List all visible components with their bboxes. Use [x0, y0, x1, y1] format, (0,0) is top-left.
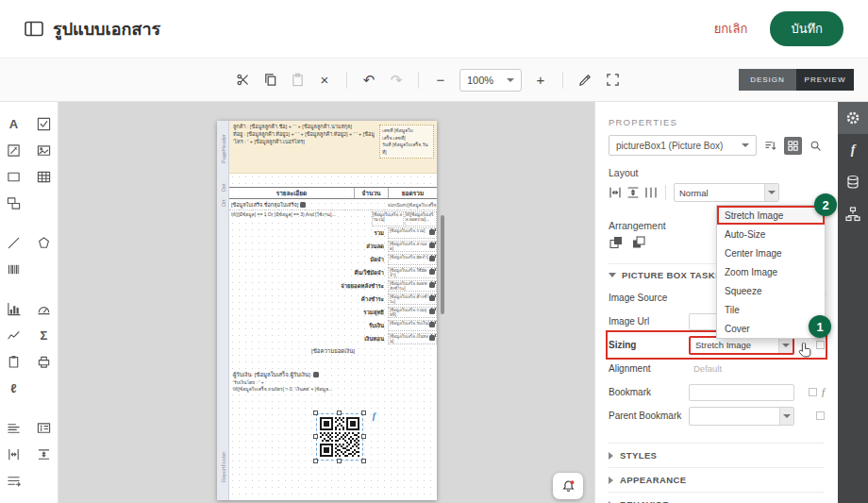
- page-header-band[interactable]: ลูกค้า : [ข้อมูลลูกค้า.ชื่อ] + ' ' + [ข้…: [229, 121, 437, 174]
- summary-row[interactable]: รับเงิน[ข้อมูลใบเสร็จ.รับเงิน]: [229, 319, 437, 332]
- selection-handle[interactable]: [337, 411, 342, 415]
- cancel-button[interactable]: ยกเลิก: [714, 19, 748, 39]
- selection-handle[interactable]: [361, 411, 366, 415]
- band-group[interactable]: Ort: [217, 196, 229, 210]
- condition-value-cell[interactable]: Iif([ข้อมูลใบเสร็จ.ยอดรวม]...: [405, 211, 437, 226]
- report-expression[interactable]: ที่อยู่ : [ข้อมูลลูกค้า.ที่อยู่1] + ' ' …: [233, 131, 375, 139]
- send-to-back-icon[interactable]: [631, 235, 646, 254]
- band-page-header[interactable]: PageHeader: [217, 123, 229, 176]
- report-page[interactable]: PageHeader Det Ort ReportFooter ลูกค้า :…: [217, 121, 437, 500]
- canvas-scrollbar[interactable]: [441, 215, 444, 314]
- gauge-tool-icon[interactable]: [33, 298, 56, 319]
- layout-mode-select[interactable]: Normal: [674, 183, 779, 202]
- undo-icon[interactable]: ↶: [357, 68, 381, 92]
- checkbox-tool-icon[interactable]: [33, 113, 56, 134]
- selection-handle[interactable]: [313, 459, 318, 463]
- zoom-in-icon[interactable]: +: [528, 68, 553, 92]
- tab-properties[interactable]: [838, 102, 868, 134]
- preview-tab[interactable]: PREVIEW: [796, 69, 854, 91]
- printer-tool-icon[interactable]: [33, 351, 56, 372]
- design-tab[interactable]: DESIGN: [739, 69, 796, 91]
- qr-picture-box[interactable]: f: [316, 413, 363, 461]
- shape-rect-tool-icon[interactable]: [3, 166, 25, 187]
- delete-icon[interactable]: ×: [312, 68, 337, 92]
- sort-icon[interactable]: [761, 137, 779, 155]
- selection-handle[interactable]: [313, 434, 318, 439]
- amount-text-cell[interactable]: [ข้อความยอดเงิน]: [229, 345, 437, 357]
- paste-icon[interactable]: [285, 68, 309, 92]
- cut-icon[interactable]: [230, 68, 255, 92]
- tab-report-explorer[interactable]: [838, 198, 868, 230]
- report-expression[interactable]: 'โทร : ' + [ข้อมูลลูกค้า.เบอร์โทร]: [233, 139, 375, 146]
- text-tool-icon[interactable]: A: [3, 113, 25, 134]
- expression-badge-icon[interactable]: f: [373, 411, 376, 421]
- selection-handle[interactable]: [337, 459, 342, 463]
- selection-handle[interactable]: [361, 459, 366, 463]
- summary-row[interactable]: เงินทอน[ข้อมูลใบเสร็จ.เงินทอน]: [229, 332, 437, 345]
- richtext-tool-icon[interactable]: [3, 140, 25, 160]
- control-selector[interactable]: pictureBox1 (Picture Box): [609, 135, 757, 156]
- parent-bookmark-select[interactable]: [689, 407, 794, 426]
- section-behavior[interactable]: BEHAVIOR: [609, 492, 825, 503]
- design-canvas[interactable]: PageHeader Det Ort ReportFooter ลูกค้า :…: [58, 102, 594, 503]
- notification-button[interactable]: [553, 473, 583, 499]
- fit-width-icon[interactable]: [609, 186, 622, 199]
- checkbox[interactable]: [809, 388, 817, 396]
- summary-row[interactable]: ส่วนลด[ข้อมูลใบเสร็จ.ส่วนลด]: [229, 240, 437, 253]
- sum-tool-icon[interactable]: Σ: [33, 325, 56, 345]
- zoom-out-icon[interactable]: −: [428, 68, 453, 92]
- copy-icon[interactable]: [258, 68, 282, 92]
- bring-to-front-icon[interactable]: [609, 235, 624, 254]
- receiver-row[interactable]: ผู้รับเงิน [ข้อมูลใบเสร็จ.ผู้รับเงิน]: [229, 370, 437, 379]
- clipboard-tool-icon[interactable]: [3, 351, 25, 372]
- summary-row[interactable]: มัดจำ[ข้อมูลใบเสร็จ.มัดจำ]: [229, 253, 437, 266]
- save-button[interactable]: บันทึก: [770, 11, 843, 46]
- validate-icon[interactable]: [573, 68, 597, 92]
- selection-handle[interactable]: [313, 411, 318, 415]
- section-appearance[interactable]: APPEARANCE: [609, 467, 825, 492]
- section-styles[interactable]: STYLES: [609, 443, 825, 467]
- toc-tool-icon[interactable]: [3, 417, 25, 438]
- tab-expressions[interactable]: f: [838, 134, 868, 166]
- tab-field-list[interactable]: [838, 166, 868, 198]
- barcode-tool-icon[interactable]: [3, 259, 25, 279]
- fit-height-icon[interactable]: [626, 186, 640, 199]
- receipt-info-box[interactable]: เลขที่ [ข้อมูลใบเสร็จ.เลขที่] วันที่ [ข้…: [379, 125, 434, 159]
- summary-row[interactable]: จ่ายยอดหลังชำระ[ข้อมูลใบเสร็จ.ยอดหลังชำร…: [229, 279, 437, 293]
- condition-qty-cell[interactable]: [ข้อมูลใบเสร็จ.จำนวน]: [372, 211, 404, 226]
- info-card-tool-icon[interactable]: [33, 417, 56, 438]
- line-tool-icon[interactable]: [3, 232, 25, 253]
- payment-expression[interactable]: 'รับเงินโดย : ' + Iif([ข้อมูลใบเสร็จ.ธนบ…: [229, 379, 437, 393]
- checkbox[interactable]: [816, 411, 825, 420]
- fullscreen-icon[interactable]: [600, 68, 625, 92]
- zoom-select[interactable]: 100%: [459, 69, 522, 92]
- signature-tool-icon[interactable]: ℓ: [3, 377, 25, 398]
- option-squeeze[interactable]: Squeeze: [717, 281, 825, 300]
- fit-both-icon[interactable]: [644, 186, 658, 199]
- table-tool-icon[interactable]: [33, 166, 56, 187]
- summary-row[interactable]: รวมสุทธิ[ข้อมูลใบเสร็จ.รวมสุทธิ]: [229, 306, 437, 319]
- bookmark-input[interactable]: [689, 384, 794, 401]
- option-zoom-image[interactable]: Zoom Image: [717, 262, 825, 281]
- checkbox[interactable]: [816, 341, 825, 349]
- redo-icon[interactable]: ↷: [384, 68, 409, 92]
- report-page-content[interactable]: ลูกค้า : [ข้อมูลลูกค้า.ชื่อ] + ' ' + [ข้…: [229, 121, 437, 500]
- summary-row[interactable]: คืน/ใช้มัดจำ[ข้อมูลใบเสร็จ.ใช้มัดจำ]: [229, 266, 437, 279]
- band-report-footer[interactable]: ReportFooter: [217, 440, 229, 495]
- align-vertical-tool-icon[interactable]: [33, 444, 56, 464]
- chart-tool-icon[interactable]: [3, 298, 25, 319]
- summary-row[interactable]: รวม[ข้อมูลใบเสร็จ.รวม]: [229, 226, 437, 240]
- align-horizontal-tool-icon[interactable]: [3, 444, 25, 464]
- subreport-tool-icon[interactable]: [3, 193, 25, 213]
- option-tile[interactable]: Tile: [717, 300, 825, 319]
- condition-row[interactable]: Iif(([มีข้อมูล] == 1 Or [มีข้อมูล] == 3)…: [229, 210, 437, 226]
- category-view-icon[interactable]: [784, 137, 802, 155]
- table-header-row[interactable]: รายละเอียด จำนวน ยอดรวม: [229, 187, 437, 199]
- selection-handle[interactable]: [361, 434, 366, 439]
- band-detail[interactable]: Det: [217, 181, 229, 194]
- option-stretch-image[interactable]: Stretch Image: [717, 206, 825, 225]
- shape-tool-icon[interactable]: [33, 232, 56, 253]
- picture-tool-icon[interactable]: [33, 140, 56, 160]
- detail-row[interactable]: [ข้อมูลใบเสร็จ.ชื่อกลุ่มใบเสร็จ] sumSum(…: [229, 199, 437, 210]
- option-center-image[interactable]: Center Image: [717, 243, 825, 262]
